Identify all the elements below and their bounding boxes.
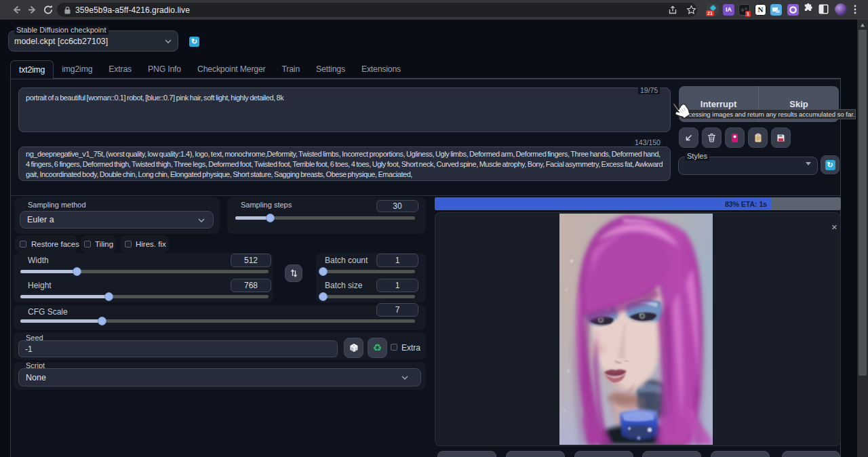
script-value: None — [26, 373, 46, 382]
seed-value: -1 — [25, 344, 33, 354]
puzzle-glyph — [802, 3, 814, 15]
extension-badge: 1 — [745, 11, 751, 17]
tiling-checkbox[interactable] — [84, 241, 91, 247]
cfg-slider-handle[interactable] — [98, 317, 106, 325]
flower-card-icon — [730, 133, 739, 143]
clear-prompt-button[interactable] — [702, 127, 722, 148]
extra-seed-checkbox[interactable] — [391, 344, 397, 351]
ring-glyph — [787, 4, 799, 16]
prompt-textarea[interactable]: portrait of a beautiful [woman::0.1] rob… — [18, 87, 671, 132]
batch-count-slider-handle[interactable] — [319, 267, 328, 276]
extension-icon-diamond[interactable]: 21 — [707, 4, 719, 16]
save-style-button[interactable] — [771, 127, 791, 148]
sampling-method-dropdown[interactable]: Euler a — [20, 211, 214, 228]
dice-icon — [349, 343, 359, 353]
paste-params-button[interactable] — [679, 127, 698, 148]
extra-networks-button[interactable] — [725, 127, 745, 148]
hires-fix-label: Hires. fix — [136, 240, 166, 248]
batch-size-slider[interactable] — [321, 295, 415, 298]
zip-button[interactable] — [574, 451, 633, 457]
slider-fill — [20, 319, 102, 323]
tiling-label: Tiling — [95, 240, 113, 248]
profile-avatar[interactable] — [835, 3, 847, 16]
cfg-input[interactable]: 7 — [376, 303, 418, 317]
sampling-steps-input[interactable]: 30 — [376, 200, 418, 212]
send-to-inpaint-button[interactable] — [711, 451, 770, 457]
negative-prompt-textarea[interactable]: ng_deepnegative_v1_75t, (worst quality, … — [18, 146, 671, 181]
tab-png-info[interactable]: PNG Info — [140, 60, 189, 78]
styles-refresh-button[interactable]: ↻ — [821, 155, 840, 174]
side-panel-icon[interactable] — [818, 3, 829, 18]
chevron-down-icon — [401, 376, 408, 380]
extension-icon-office[interactable] — [787, 4, 799, 16]
batch-size-input[interactable]: 1 — [376, 279, 418, 292]
browser-toolbar: 359e5b9a-a5ff-4216.gradio.live 21 IA 1 N — [0, 0, 868, 20]
extension-icon-screenshot[interactable] — [770, 4, 782, 16]
width-slider-handle[interactable] — [73, 267, 81, 276]
batch-size-slider-handle[interactable] — [319, 292, 328, 301]
sampling-steps-slider-handle[interactable] — [266, 214, 275, 222]
restore-faces-checkbox[interactable] — [20, 241, 26, 247]
extension-icon-notion[interactable]: N — [755, 4, 766, 16]
tab-settings[interactable]: Settings — [308, 60, 353, 78]
cfg-block — [14, 305, 426, 330]
tab-extras[interactable]: Extras — [100, 60, 140, 78]
skip-tooltip: rocessing images and return any results … — [681, 109, 856, 119]
reuse-seed-button[interactable]: ♻ — [368, 338, 387, 358]
sampling-method-label: Sampling method — [28, 201, 86, 209]
clipboard-icon — [754, 133, 762, 142]
send-to-extras-button[interactable] — [782, 451, 840, 457]
save-button[interactable] — [506, 451, 565, 457]
batch-count-input[interactable]: 1 — [376, 254, 418, 267]
mouse-cursor — [667, 99, 692, 129]
swap-dimensions-button[interactable] — [285, 264, 302, 282]
scrollbar-thumb[interactable] — [859, 30, 867, 376]
extension-icon-dark[interactable]: 1 — [738, 4, 750, 16]
tab-img2img[interactable]: img2img — [54, 60, 100, 78]
close-icon[interactable]: × — [831, 222, 837, 232]
seed-input[interactable]: -1 — [18, 340, 338, 357]
back-arrow-glyph — [11, 0, 22, 20]
up-triangle-glyph — [860, 22, 865, 28]
random-seed-button[interactable] — [344, 338, 363, 358]
progress-bar: 83% ETA: 1s — [435, 197, 841, 210]
address-bar[interactable]: 359e5b9a-a5ff-4216.gradio.live — [57, 3, 697, 17]
extension-icon-ia[interactable]: IA — [723, 4, 734, 16]
arrow-down-left-icon — [684, 134, 693, 142]
batch-count-slider[interactable] — [321, 270, 415, 273]
browser-menu-icon[interactable] — [853, 3, 857, 18]
script-dropdown[interactable]: None — [18, 368, 421, 386]
batch-count-label: Batch count — [325, 257, 368, 264]
hires-fix-checkbox[interactable] — [125, 241, 132, 247]
checkpoint-refresh-button[interactable]: ↻ — [189, 37, 199, 47]
bookmark-star-icon[interactable] — [686, 5, 696, 18]
tab-extensions[interactable]: Extensions — [353, 60, 409, 78]
apply-style-button[interactable] — [748, 127, 768, 148]
slider-fill — [20, 270, 77, 273]
negative-token-counter: 143/150 — [633, 138, 663, 146]
side-panel-glyph — [818, 3, 829, 15]
tab-train[interactable]: Train — [273, 60, 308, 78]
scrollbar-up-arrow[interactable] — [860, 22, 865, 28]
extension-badge: 21 — [706, 10, 714, 16]
url-text: 359e5b9a-a5ff-4216.gradio.live — [75, 5, 190, 15]
width-label: Width — [28, 257, 49, 264]
open-folder-button[interactable] — [437, 451, 496, 457]
progress-fill: 83% ETA: 1s — [435, 197, 772, 210]
tab-checkpoint-merger[interactable]: Checkpoint Merger — [189, 60, 274, 78]
width-input[interactable]: 512 — [231, 254, 271, 267]
extensions-puzzle-icon[interactable] — [802, 3, 814, 18]
preview-image[interactable] — [559, 214, 713, 445]
recycle-icon: ♻ — [373, 342, 382, 354]
chevron-down-icon — [165, 39, 172, 43]
share-icon[interactable] — [668, 5, 677, 18]
height-slider-handle[interactable] — [104, 292, 113, 301]
prompt-text: portrait of a beautiful [woman::0.1] rob… — [19, 88, 670, 103]
swap-arrows-icon — [290, 269, 298, 277]
styles-chevron-icon — [806, 162, 811, 165]
image-glyph — [770, 4, 782, 16]
height-input[interactable]: 768 — [231, 279, 271, 292]
trash-icon — [707, 133, 716, 142]
tab-txt2img[interactable]: txt2img — [10, 60, 54, 79]
send-to-img2img-button[interactable] — [642, 451, 701, 457]
